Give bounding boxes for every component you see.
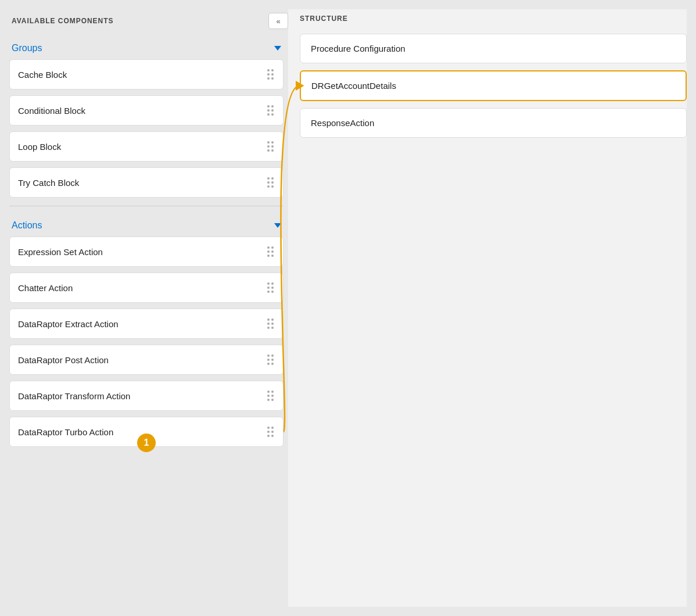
list-item[interactable]: Cache Block <box>9 59 284 89</box>
drag-handle-icon[interactable] <box>266 104 275 117</box>
drag-handle-icon[interactable] <box>266 140 275 153</box>
drag-handle-icon[interactable] <box>266 317 275 330</box>
structure-item-responseaction[interactable]: ResponseAction <box>300 108 687 138</box>
drag-handle-icon[interactable] <box>266 389 275 402</box>
left-panel-header: AVAILABLE COMPONENTS « <box>9 9 288 37</box>
component-label: Conditional Block <box>18 106 85 116</box>
groups-section-header: Groups <box>9 37 284 59</box>
drag-handle-icon[interactable] <box>266 425 275 438</box>
component-label: Chatter Action <box>18 283 73 293</box>
drag-handle-icon[interactable] <box>266 281 275 294</box>
component-label: Cache Block <box>18 70 67 80</box>
collapse-button[interactable]: « <box>268 13 288 29</box>
list-item[interactable]: DataRaptor Post Action <box>9 345 284 375</box>
list-item-turbo-action[interactable]: DataRaptor Turbo Action 1 <box>9 417 284 447</box>
list-item[interactable]: DataRaptor Transform Action <box>9 381 284 411</box>
structure-title: STRUCTURE <box>300 15 348 23</box>
component-label: DataRaptor Post Action <box>18 355 109 365</box>
list-item[interactable]: Expression Set Action <box>9 237 284 267</box>
groups-title: Groups <box>12 43 42 53</box>
groups-chevron-icon[interactable] <box>274 46 281 51</box>
list-item[interactable]: Chatter Action <box>9 273 284 303</box>
list-item[interactable]: Loop Block <box>9 131 284 162</box>
right-panel-header: STRUCTURE <box>300 9 687 31</box>
structure-item-drgetaccountdetails[interactable]: DRGetAccountDetails <box>300 70 687 101</box>
structure-item-label: ResponseAction <box>311 118 374 128</box>
step-badge: 1 <box>137 434 156 452</box>
component-label: Loop Block <box>18 142 61 152</box>
actions-section-header: Actions <box>9 214 284 237</box>
drag-handle-icon[interactable] <box>266 245 275 258</box>
component-label: Expression Set Action <box>18 247 103 257</box>
drag-handle-icon[interactable] <box>266 353 275 366</box>
component-label: Try Catch Block <box>18 178 79 188</box>
actions-chevron-icon[interactable] <box>274 223 281 228</box>
structure-item-label: Procedure Configuration <box>311 44 406 53</box>
list-item[interactable]: Conditional Block <box>9 95 284 126</box>
structure-item-procedure[interactable]: Procedure Configuration <box>300 34 687 63</box>
structure-content: Procedure Configuration DRGetAccountDeta… <box>300 31 687 607</box>
list-item[interactable]: Try Catch Block <box>9 167 284 198</box>
drag-handle-icon[interactable] <box>266 176 275 189</box>
left-panel: AVAILABLE COMPONENTS « Groups Cache Bloc… <box>9 9 288 607</box>
structure-item-label: DRGetAccountDetails <box>311 81 396 91</box>
component-label: DataRaptor Turbo Action <box>18 427 113 437</box>
drag-handle-icon[interactable] <box>266 68 275 81</box>
section-divider <box>9 206 284 206</box>
component-label: DataRaptor Extract Action <box>18 319 119 329</box>
list-item[interactable]: DataRaptor Extract Action <box>9 309 284 339</box>
actions-title: Actions <box>12 220 42 231</box>
available-components-title: AVAILABLE COMPONENTS <box>12 17 113 25</box>
right-panel: STRUCTURE Procedure Configuration DRGetA… <box>288 9 687 607</box>
left-panel-content: Groups Cache Block Conditional Block <box>9 37 288 607</box>
component-label: DataRaptor Transform Action <box>18 391 130 401</box>
